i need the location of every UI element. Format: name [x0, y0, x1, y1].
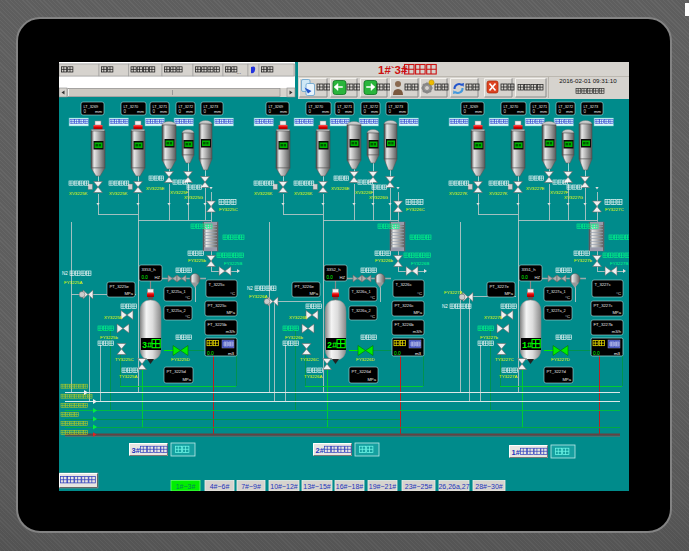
svg-text:XV3226K: XV3226K	[254, 191, 273, 196]
svg-text:7#~9#: 7#~9#	[241, 483, 261, 490]
svg-text:1#: 1#	[522, 341, 532, 351]
svg-text:PT_3225c: PT_3225c	[208, 303, 227, 308]
svg-text:3353_h: 3353_h	[142, 267, 157, 272]
svg-text:m3/h: m3/h	[612, 329, 622, 334]
svg-text:FT_3225b: FT_3225b	[208, 322, 228, 327]
svg-text:XV3226G: XV3226G	[369, 195, 389, 200]
svg-text:0.0: 0.0	[394, 351, 401, 356]
svg-text:N2: N2	[62, 271, 68, 276]
svg-text:XV3225K: XV3225K	[69, 191, 88, 196]
svg-text:MPa: MPa	[309, 291, 318, 296]
svg-text:FY3225A: FY3225A	[64, 280, 82, 285]
svg-text:FY3227B: FY3227B	[610, 261, 628, 266]
svg-text:TY3225A: TY3225A	[119, 374, 137, 379]
svg-text:mm: mm	[186, 109, 193, 114]
svg-text:°C: °C	[185, 295, 190, 300]
svg-text:2#: 2#	[316, 446, 325, 455]
svg-text:FY3227C: FY3227C	[605, 207, 624, 212]
svg-text:mm: mm	[399, 109, 406, 114]
svg-text:N2: N2	[247, 286, 253, 291]
svg-text:m3: m3	[415, 351, 422, 356]
svg-text:3351_h: 3351_h	[522, 267, 537, 272]
svg-text:mm: mm	[371, 109, 378, 114]
svg-text:T_3226a_2: T_3226a_2	[352, 309, 371, 313]
svg-text:FY3225b: FY3225b	[188, 258, 206, 263]
svg-text:10#~12#: 10#~12#	[270, 483, 298, 490]
svg-text:T_3227a_1: T_3227a_1	[547, 290, 566, 294]
svg-text:mm: mm	[137, 109, 144, 114]
svg-text:°C: °C	[230, 291, 235, 296]
svg-text:°C: °C	[616, 291, 621, 296]
svg-text:mm: mm	[322, 109, 329, 114]
svg-text:XY3226B: XY3226B	[289, 315, 308, 320]
svg-text:0.0: 0.0	[142, 275, 149, 280]
svg-text:m3: m3	[228, 351, 235, 356]
svg-text:T_3225a_1: T_3225a_1	[167, 290, 186, 294]
svg-text:mm: mm	[345, 109, 352, 114]
svg-text:T_3225a_2: T_3225a_2	[167, 309, 186, 313]
svg-text:T_3225c: T_3225c	[209, 282, 225, 287]
svg-text:mm: mm	[214, 109, 221, 114]
svg-text:FY3225C: FY3225C	[219, 207, 238, 212]
svg-text:28#~30#: 28#~30#	[475, 483, 503, 490]
svg-text:4#~6#: 4#~6#	[210, 483, 230, 490]
svg-text:XV3227K: XV3227K	[449, 191, 468, 196]
svg-text:TY3226A: TY3226A	[304, 374, 322, 379]
svg-text:MPa: MPa	[124, 291, 133, 296]
svg-text:TY3227A: TY3227A	[499, 374, 517, 379]
svg-text:HZ: HZ	[154, 275, 160, 280]
svg-text:0.0: 0.0	[593, 351, 600, 356]
svg-text:FT_3227b: FT_3227b	[594, 322, 614, 327]
svg-text:FY3226A: FY3226A	[249, 294, 267, 299]
svg-text:PT_3226d: PT_3226d	[352, 369, 372, 374]
svg-text:FY3226b: FY3226b	[375, 258, 393, 263]
svg-text:1#~3#: 1#~3#	[176, 483, 196, 490]
svg-text:T_3227c: T_3227c	[595, 282, 611, 287]
svg-text:FY3226D: FY3226D	[356, 357, 375, 362]
svg-text:°C: °C	[565, 295, 570, 300]
svg-text:°C: °C	[370, 295, 375, 300]
svg-text:FY3227b: FY3227b	[480, 335, 498, 340]
svg-text:FY3225D: FY3225D	[171, 357, 190, 362]
svg-text:PT_3227e: PT_3227e	[490, 284, 510, 289]
svg-text:FY3226b: FY3226b	[285, 335, 303, 340]
svg-text:...: ...	[237, 69, 242, 75]
svg-text:XV3227K: XV3227K	[489, 191, 508, 196]
svg-text:mm: mm	[517, 109, 524, 114]
svg-text:PT_3226e: PT_3226e	[295, 284, 315, 289]
svg-text:FY3225B: FY3225B	[224, 261, 242, 266]
svg-text:mm: mm	[160, 109, 167, 114]
svg-text:0.0: 0.0	[522, 275, 529, 280]
svg-text:0.0: 0.0	[207, 351, 214, 356]
svg-text:m3/h: m3/h	[226, 329, 236, 334]
svg-text:FY3225b: FY3225b	[100, 335, 118, 340]
svg-text:°C: °C	[370, 314, 375, 319]
svg-text:mm: mm	[540, 109, 547, 114]
svg-text:XV3225E: XV3225E	[146, 186, 165, 191]
svg-text:°C: °C	[185, 314, 190, 319]
svg-text:MPa: MPa	[413, 310, 422, 315]
svg-text:PT_3227d: PT_3227d	[547, 369, 567, 374]
svg-text:mm: mm	[280, 109, 287, 114]
svg-text:TY3225C: TY3225C	[115, 357, 134, 362]
svg-text:1#`3#: 1#`3#	[378, 64, 408, 76]
svg-text:m3: m3	[614, 351, 621, 356]
svg-text:FY3227D: FY3227D	[551, 357, 570, 362]
svg-text:MPa: MPa	[367, 377, 376, 382]
svg-text:3#: 3#	[142, 341, 152, 351]
svg-text:26,26a,27: 26,26a,27	[438, 483, 469, 490]
svg-text:XY3227B: XY3227B	[484, 315, 503, 320]
svg-text:XV3227E: XV3227E	[526, 186, 545, 191]
svg-text:mm: mm	[475, 109, 482, 114]
svg-text:FY3227b: FY3227b	[574, 258, 592, 263]
svg-text:2#: 2#	[327, 341, 337, 351]
svg-text:PT_3227c: PT_3227c	[594, 303, 613, 308]
svg-text:23#~25#: 23#~25#	[405, 483, 433, 490]
svg-text:FY3226B: FY3226B	[411, 261, 429, 266]
svg-text:19#~21#: 19#~21#	[369, 483, 397, 490]
svg-text:FY3226C: FY3226C	[406, 207, 425, 212]
svg-text:MPa: MPa	[182, 377, 191, 382]
svg-text:mm: mm	[594, 109, 601, 114]
svg-text:PT_3225e: PT_3225e	[110, 284, 130, 289]
svg-text:TY3226C: TY3226C	[300, 357, 319, 362]
